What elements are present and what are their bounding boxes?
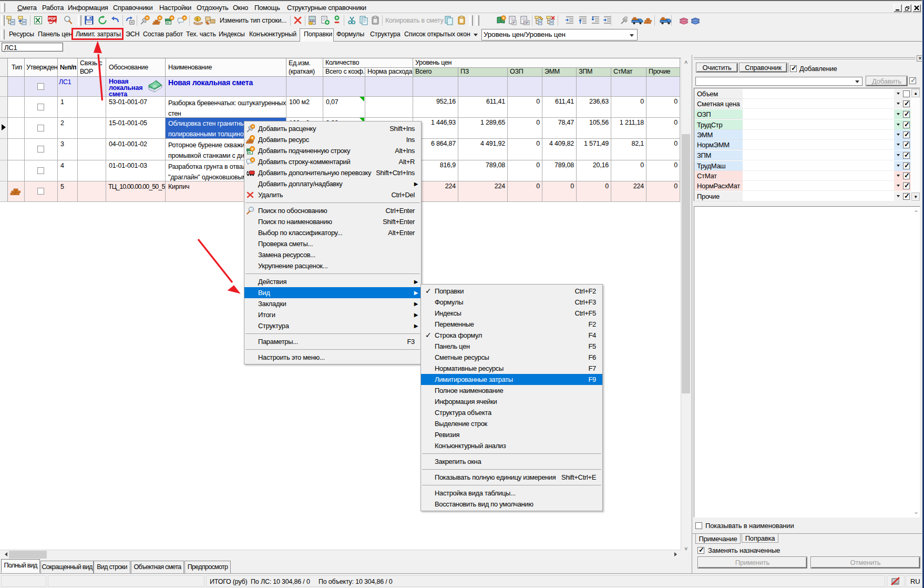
svg-text:P: P bbox=[513, 21, 516, 25]
svg-text:ПР: ПР bbox=[524, 21, 529, 25]
svg-text:$: $ bbox=[196, 17, 198, 21]
svg-text:PDF: PDF bbox=[48, 16, 56, 21]
